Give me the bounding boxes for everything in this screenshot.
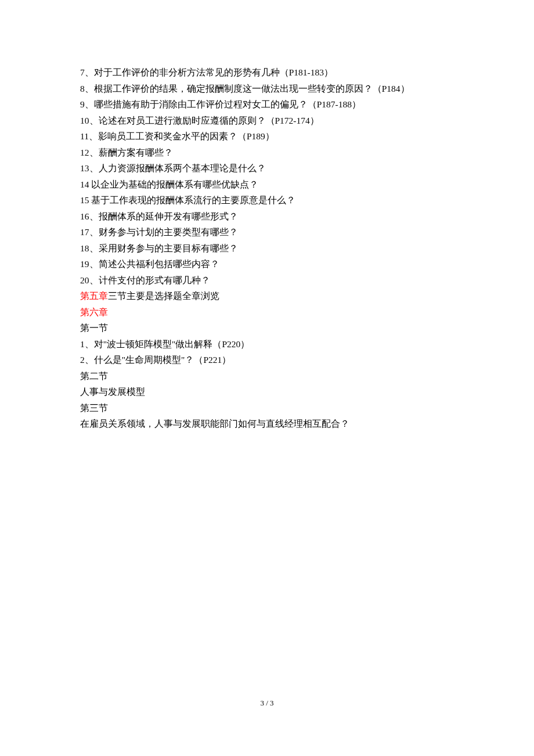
list-item: 在雇员关系领域，人事与发展职能部门如何与直线经理相互配合？ bbox=[80, 416, 470, 432]
list-item: 17、财务参与计划的主要类型有哪些？ bbox=[80, 224, 470, 240]
chapter-six-heading: 第六章 bbox=[80, 304, 470, 321]
list-item: 13、人力资源报酬体系两个基本理论是什么？ bbox=[80, 160, 470, 177]
list-item: 20、计件支付的形式有哪几种？ bbox=[80, 272, 470, 289]
list-item: 8、根据工作评价的结果，确定报酬制度这一做法出现一些转变的原因？（P184） bbox=[80, 81, 470, 97]
chapter-label: 第五章 bbox=[80, 291, 108, 301]
chapter-five-heading: 第五章三节主要是选择题全章浏览 bbox=[80, 288, 470, 304]
section-heading: 第三节 bbox=[80, 400, 470, 416]
page-number: 3 / 3 bbox=[0, 695, 534, 757]
list-item: 7、对于工作评价的非分析方法常见的形势有几种（P181-183） bbox=[80, 64, 470, 81]
list-item: 人事与发展模型 bbox=[80, 384, 470, 400]
list-item: 14 以企业为基础的报酬体系有哪些优缺点？ bbox=[80, 177, 470, 193]
list-item: 11、影响员工工资和奖金水平的因素？（P189） bbox=[80, 128, 470, 145]
list-item: 16、报酬体系的延伸开发有哪些形式？ bbox=[80, 208, 470, 225]
list-item: 2、什么是"生命周期模型"？（P221） bbox=[80, 352, 470, 368]
document-body: 7、对于工作评价的非分析方法常见的形势有几种（P181-183） 8、根据工作评… bbox=[0, 0, 534, 432]
chapter-label: 第六章 bbox=[80, 307, 108, 317]
chapter-text: 三节主要是选择题全章浏览 bbox=[108, 291, 219, 301]
list-item: 15 基于工作表现的报酬体系流行的主要原意是什么？ bbox=[80, 192, 470, 208]
section-heading: 第一节 bbox=[80, 320, 470, 336]
list-item: 12、薪酬方案有哪些？ bbox=[80, 145, 470, 161]
section-heading: 第二节 bbox=[80, 368, 470, 384]
list-item: 1、对"波士顿矩阵模型"做出解释（P220） bbox=[80, 336, 470, 352]
list-item: 18、采用财务参与的主要目标有哪些？ bbox=[80, 240, 470, 257]
list-item: 10、论述在对员工进行激励时应遵循的原则？（P172-174） bbox=[80, 113, 470, 129]
list-item: 9、哪些措施有助于消除由工作评价过程对女工的偏见？（P187-188） bbox=[80, 96, 470, 113]
list-item: 19、简述公共福利包括哪些内容？ bbox=[80, 256, 470, 272]
